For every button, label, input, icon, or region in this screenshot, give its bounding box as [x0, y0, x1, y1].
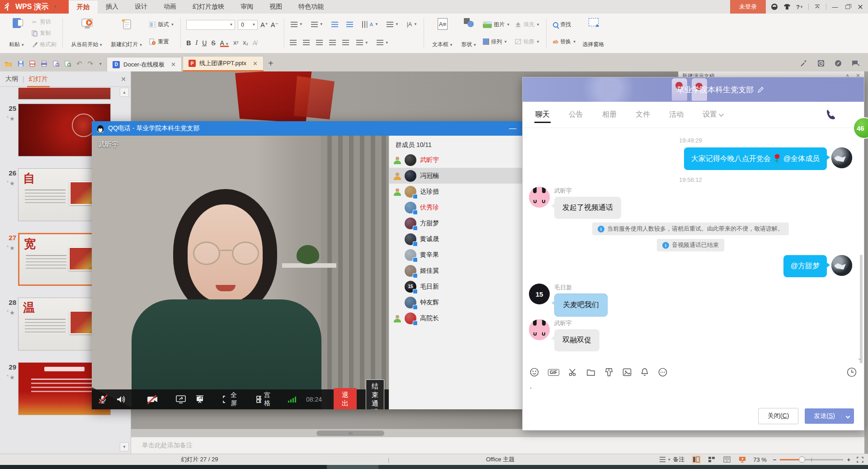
export-pdf-icon[interactable]: PDF	[29, 61, 35, 67]
screenshot-scissors-icon[interactable]	[568, 368, 577, 377]
send-button[interactable]: 发送(S)	[805, 408, 854, 424]
chat-tab-设置[interactable]: 设置	[702, 103, 723, 127]
whiteboard-icon[interactable]	[195, 395, 205, 404]
member-row[interactable]: 钟友辉	[389, 294, 524, 310]
message-bubble[interactable]: 关麦吧我们	[554, 294, 608, 317]
align-left-icon[interactable]	[290, 40, 297, 45]
align-center-icon[interactable]	[303, 40, 310, 45]
columns-button[interactable]: ▼	[386, 21, 400, 28]
member-row[interactable]: 15毛日新	[389, 279, 524, 294]
close-tab-icon[interactable]: ✕	[171, 61, 176, 68]
member-row[interactable]: 达珍措	[389, 184, 524, 199]
outline-button[interactable]: 轮廓▼	[514, 38, 541, 46]
justify-icon[interactable]	[329, 40, 336, 45]
numbering-button[interactable]: ▼	[310, 21, 324, 28]
scroll-up-icon[interactable]: ▲	[120, 88, 129, 97]
increase-indent-button[interactable]	[345, 21, 354, 28]
chat-tab-文件[interactable]: 文件	[635, 103, 651, 127]
camera-off-icon[interactable]	[147, 395, 158, 403]
preview-icon[interactable]	[65, 61, 71, 67]
ribbon-tab-插入[interactable]: 插入	[98, 0, 127, 14]
bell-icon[interactable]	[641, 368, 649, 377]
collapse-ribbon-icon[interactable]	[813, 3, 821, 11]
member-row[interactable]: 高院长	[389, 310, 524, 326]
qat-dropdown-icon[interactable]: ▼	[99, 62, 102, 66]
exit-call-button[interactable]: 退出	[334, 388, 357, 409]
restore-icon[interactable]	[844, 3, 852, 11]
history-icon[interactable]	[817, 60, 825, 67]
notes-toggle-button[interactable]: ▼ 备注	[659, 455, 685, 464]
selection-pane-button[interactable]: 选择窗格	[580, 16, 607, 50]
line-spacing-button[interactable]: ▼	[355, 39, 369, 46]
minimize-icon[interactable]: —	[831, 3, 839, 11]
message-input[interactable]: .	[523, 381, 864, 402]
bullets-button[interactable]: ▼	[290, 21, 304, 28]
print-icon[interactable]	[41, 61, 47, 67]
login-button[interactable]: 未登录	[730, 0, 766, 14]
avatar[interactable]	[529, 319, 550, 340]
doc-tab[interactable]: DDocer-在线模板✕	[107, 57, 182, 71]
layout-button[interactable]: 版式▼	[148, 20, 175, 29]
strikethrough-button[interactable]: S	[211, 39, 215, 47]
member-row[interactable]: 方甜梦	[389, 215, 524, 231]
message-bubble[interactable]: 双融双促	[554, 329, 599, 351]
ribbon-tab-动画[interactable]: 动画	[156, 0, 184, 14]
find-button[interactable]: 查找	[552, 20, 577, 29]
member-row[interactable]: 黄诚晟	[389, 231, 524, 247]
normal-view-button[interactable]	[692, 455, 701, 464]
chat-tab-活动[interactable]: 活动	[668, 103, 684, 127]
message-history-icon[interactable]	[847, 367, 857, 377]
more-icon[interactable]	[658, 368, 668, 377]
ribbon-tab-特色功能[interactable]: 特色功能	[290, 0, 332, 14]
end-call-button[interactable]: 结束通话	[366, 379, 384, 409]
feedback-icon[interactable]	[852, 60, 860, 66]
member-row[interactable]: 伏秀珍	[389, 199, 524, 215]
print-preview-icon[interactable]	[53, 61, 59, 67]
sticker-collection-icon[interactable]	[604, 368, 613, 377]
format-painter-button[interactable]: 格式刷	[30, 40, 57, 49]
copy-button[interactable]: 复制	[30, 29, 57, 38]
gif-icon[interactable]: GIF	[548, 369, 559, 376]
message-bubble[interactable]: 发起了视频通话	[554, 197, 621, 219]
magic-wand-icon[interactable]	[800, 60, 807, 67]
picture-button[interactable]: 图片▼	[482, 20, 511, 29]
wps-app-menu[interactable]: ⼻ WPS 演示 ▼	[0, 0, 69, 14]
skin-icon[interactable]	[783, 3, 791, 11]
decrease-indent-button[interactable]	[330, 21, 339, 28]
chat-scrollbar-thumb[interactable]	[860, 255, 863, 363]
zoom-slider[interactable]: − +	[773, 456, 850, 463]
chat-tab-聊天[interactable]: 聊天	[534, 103, 551, 127]
emoji-icon[interactable]	[530, 368, 539, 377]
call-window-titlebar[interactable]: QQ电话 - 草业学院本科生党支部 —	[92, 121, 524, 136]
close-icon[interactable]: ✕	[856, 3, 864, 11]
tab-slides[interactable]: 幻灯片	[29, 75, 48, 83]
message-bubble[interactable]: 大家记得今晚八点开党会 @全体成员	[684, 147, 827, 170]
share-screen-icon[interactable]	[176, 395, 186, 404]
cut-button[interactable]: ✂剪切	[30, 18, 57, 26]
clear-format-button[interactable]: A̸	[253, 39, 257, 47]
textbox-button[interactable]: A≡ 文本框 ▼	[429, 16, 456, 50]
reset-button[interactable]: 重置	[148, 38, 175, 46]
arrange-button[interactable]: 排列▼	[482, 38, 511, 46]
avatar[interactable]: 15	[529, 284, 550, 304]
save-icon[interactable]	[18, 61, 24, 67]
notes-pane[interactable]: 单击此处添加备注	[131, 437, 864, 454]
zoom-in-icon[interactable]: +	[847, 456, 850, 463]
doc-tab[interactable]: P线上团课PPT.pptx✕	[183, 56, 264, 71]
undo-icon[interactable]: ↶	[76, 60, 82, 68]
replace-button[interactable]: ab替换▼	[552, 38, 577, 46]
member-row[interactable]: 姬佳翼	[389, 263, 524, 279]
edit-title-icon[interactable]	[757, 86, 764, 93]
ribbon-tab-设计[interactable]: 设计	[127, 0, 156, 14]
align-right-icon[interactable]	[316, 40, 323, 45]
superscript-button[interactable]: X²	[233, 40, 238, 46]
zoom-knob[interactable]	[799, 456, 805, 463]
font-color-button[interactable]: A ▼	[220, 39, 229, 47]
member-row[interactable]: 冯冠楠	[389, 168, 524, 184]
speaker-icon[interactable]	[116, 395, 126, 404]
para-spacing-inc-button[interactable]: ▼	[376, 39, 390, 46]
slide-sorter-button[interactable]	[707, 455, 716, 464]
bold-button[interactable]: B	[186, 39, 191, 47]
fullscreen-button[interactable]: 全屏	[223, 391, 239, 407]
member-center-icon[interactable]	[770, 3, 778, 11]
